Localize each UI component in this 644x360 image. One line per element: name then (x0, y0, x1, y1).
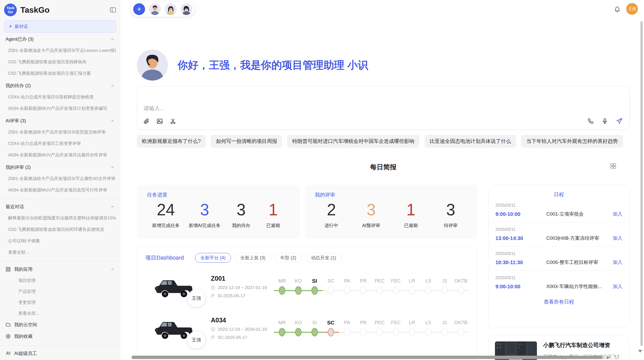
image-icon[interactable] (156, 118, 163, 125)
schedule-entry[interactable]: 2025/03/11 10:30-11:30 C005-整车工程目标评审 加入 (488, 246, 630, 270)
milestone-label: FEC (388, 318, 404, 327)
dashboard-tab[interactable]: 全新平台 (4) (195, 253, 231, 263)
milestone: SI (306, 318, 323, 338)
view-all-schedule-link[interactable]: 查看所有日程 (488, 298, 630, 305)
sidebar-app-item[interactable]: 项目管理 (4, 275, 116, 286)
phone-icon[interactable] (587, 118, 594, 124)
schedule-join-link[interactable]: 加入 (613, 283, 622, 290)
project-row[interactable]: 王强 A034 2023-12-19 ~ 2026-01-19 (145, 310, 469, 346)
sidebar-item[interactable]: A034-全新新能源MUV产品开发项目法规符合性评审 (4, 149, 116, 161)
sidebar-recent-item[interactable]: C02-飞腾新能源轻客改款项目的闭环通告反馈情况 (4, 224, 116, 235)
dashboard-tab[interactable]: 全新上装 (3) (235, 253, 271, 263)
sidebar-recent-item[interactable]: 查看全部... (4, 247, 116, 258)
milestone-label: PR (355, 318, 372, 327)
schedule-join-link[interactable]: 加入 (613, 235, 622, 242)
project-row[interactable]: 王强 Z001 2023-12-19 ~ 2027-01-19 (145, 269, 469, 304)
schedule-event-title: X003-车辆动力学性能验... (546, 283, 613, 290)
sidebar-item[interactable]: A034-全新新能源MUV产品开发项目计划变更表编写 (4, 103, 116, 114)
sidebar-recent-header[interactable]: 最近对话 (4, 201, 116, 212)
sidebar-section-items: Z001-全新燃油皮卡产品开发项目SI节点Lesson Learn报告C02-飞… (4, 45, 116, 79)
milestone: SC (323, 277, 339, 296)
stat[interactable]: 1 已逾期 (262, 201, 285, 229)
chat-input[interactable]: 请输入... (137, 86, 630, 130)
schedule-entry[interactable]: 2025/03/11 9:00-10:00 X003-车辆动力学性能验... 加… (488, 270, 630, 294)
chevron-up-icon[interactable] (111, 119, 114, 123)
schedule-join-link[interactable]: 加入 (613, 259, 622, 266)
suggestion-chip[interactable]: 欧洲新规最近颁布了什么? (137, 135, 206, 148)
sidebar-item-my-apps[interactable]: 我的应用 (4, 263, 116, 275)
sidebar-item[interactable]: C02-飞腾新能源轻客改款项目立项汇报方案 (4, 68, 116, 79)
stat-label: 已逾期 (400, 222, 422, 229)
sidebar-section-items: C0X4-动力总成开发项目SI里程碑提交物检查A034-全新新能源MUV产品开发… (4, 91, 116, 114)
stat[interactable]: 2 进行中 (320, 201, 343, 229)
schedule-list: 2025/03/11 9:00-10:00 C001-立项审批会 加入 2025… (488, 198, 630, 294)
milestone-dot (409, 328, 415, 336)
sidebar-item[interactable]: Z001-全新燃油皮卡产品开发项目SI节点Lesson Learn报告 (4, 45, 116, 56)
chevron-up-icon[interactable] (111, 267, 114, 271)
suggestion-chip[interactable]: 如何写一份清晰的项目周报 (211, 135, 282, 148)
sidebar-app-item[interactable]: 查看全部... (4, 308, 116, 319)
app-logo: Task Go (4, 4, 17, 16)
dashboard-tab[interactable]: 年型 (2) (275, 253, 302, 263)
app-title: TaskGo (20, 5, 50, 15)
sidebar-app-item[interactable]: 产品管理 (4, 286, 116, 297)
stat[interactable]: 3 我的待办 (230, 201, 253, 229)
sidebar-recent-section: 最近对话 解释最新出台的欧盟报废车法规再生塑料比例被调至15%...C02-飞腾… (4, 201, 116, 258)
stat[interactable]: 3 待评审 (439, 201, 462, 229)
sidebar-recent-item[interactable]: 公司Q3轻卡销量 (4, 235, 116, 247)
project-name: A034 (211, 317, 274, 324)
sidebar-item[interactable]: Z001-全新燃油轻卡产品开发项目SI造型提交物评审 (4, 126, 116, 138)
milestone-strip: MR KO (274, 277, 469, 296)
sidebar-logo-row: Task Go TaskGo (4, 3, 116, 17)
chevron-up-icon[interactable] (111, 166, 114, 169)
scroll-right-arrow-icon[interactable] (607, 356, 609, 359)
stat-value: 3 (360, 201, 383, 218)
sidebar-item[interactable]: Z001-全新燃油轻卡产品开发项目SI节点属性5D文件评审 (4, 173, 116, 184)
sidebar-item-favorites[interactable]: 我的收藏 (4, 331, 116, 342)
layout-grid-icon[interactable] (610, 163, 617, 170)
sidebar-item-ai-staff[interactable]: AI超级员工 (4, 348, 116, 359)
schedule-join-link[interactable]: 加入 (613, 211, 622, 217)
suggestion-chip[interactable]: 比亚迪全固态电池计划具体说了什么 (425, 135, 516, 148)
sidebar-section-header[interactable]: 我的评审 (2) (4, 162, 116, 173)
milestone-label: SI (306, 277, 323, 285)
scissors-icon[interactable] (170, 118, 176, 125)
sidebar-section-header[interactable]: Agent已办 (3) (4, 34, 116, 45)
vertical-scrollbar[interactable] (640, 21, 643, 346)
sidebar-app-item[interactable]: 变更管理 (4, 297, 116, 308)
new-chat-button[interactable]: + 新对话 (4, 20, 116, 33)
send-icon[interactable] (616, 117, 623, 125)
sidebar-item[interactable]: C0X4-动力总成开发项目SI里程碑提交物检查 (4, 91, 116, 103)
milestone-dot (295, 286, 301, 295)
sidebar-item-cloud-space[interactable]: 我的云空间 (4, 319, 116, 331)
schedule-entry[interactable]: 2025/03/11 9:00-10:00 C001-立项审批会 加入 (488, 198, 630, 222)
schedule-entry[interactable]: 2025/03/11 13:00-14:30 C003|H0B-方案冻结评审 加… (488, 222, 630, 246)
milestone: LS (420, 318, 436, 338)
stat[interactable]: 24 新增完成任务 (152, 201, 180, 229)
dashboard-tab[interactable]: 动总开发 (1) (306, 253, 342, 263)
sidebar-recent-item[interactable]: 解释最新出台的欧盟报废车法规再生塑料比例被调至15%... (4, 212, 116, 224)
stat[interactable]: 3 新增AI完成任务 (189, 201, 221, 229)
stat-label: 已逾期 (262, 222, 285, 229)
sidebar-item[interactable]: C02-飞腾新能源轻客改款项目里程碑画布 (4, 56, 116, 68)
milestone-label: SI (306, 318, 323, 327)
sidebar-section-header[interactable]: 我的待办 (2) (4, 80, 116, 91)
sidebar-section-header[interactable]: AI评审 (3) (4, 115, 116, 126)
microphone-icon[interactable] (602, 118, 608, 124)
sidebar-item[interactable]: A034-全新新能源MUV产品开发项目造型可行性评审 (4, 184, 116, 196)
stat[interactable]: 3 AI预评审 (360, 201, 383, 229)
flag-icon (211, 335, 215, 340)
sidebar-item[interactable]: C0X4-动力总成开发项目工程变更评审 (4, 138, 116, 149)
chevron-up-icon[interactable] (111, 84, 114, 88)
chevron-up-icon[interactable] (111, 205, 114, 209)
suggestion-chip[interactable]: 当下年轻人对汽车外观有怎样的喜好趋势 (521, 135, 623, 148)
horizontal-scrollbar[interactable] (131, 356, 603, 359)
milestone: J1 (436, 318, 453, 338)
attachment-icon[interactable] (143, 118, 150, 125)
milestone: FEC (388, 277, 404, 296)
scroll-down-arrow-icon[interactable] (638, 350, 642, 353)
chevron-up-icon[interactable] (111, 37, 114, 41)
suggestion-chip[interactable]: 特朗普可能对进口汽车增税会对中国车企造成哪些影响 (287, 135, 419, 148)
sidebar-collapse-icon[interactable] (110, 7, 116, 13)
stat[interactable]: 1 已逾期 (400, 201, 422, 229)
